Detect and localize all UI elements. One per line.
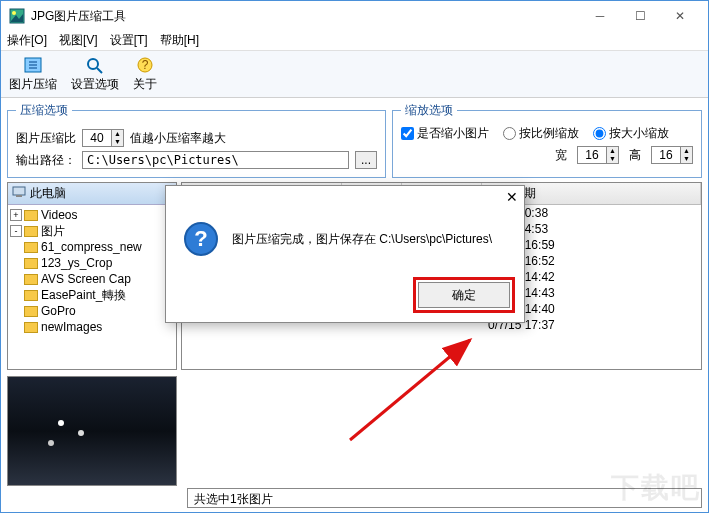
output-label: 输出路径： — [16, 152, 76, 169]
menubar: 操作[O] 视图[V] 设置[T] 帮助[H] — [1, 31, 708, 51]
folder-icon — [24, 322, 38, 333]
width-spinner[interactable]: ▲▼ — [577, 146, 619, 164]
tree-item[interactable]: 图片 — [41, 223, 65, 239]
ok-button[interactable]: 确定 — [418, 282, 510, 308]
dialog-titlebar: ✕ — [166, 186, 524, 208]
width-label: 宽 — [555, 147, 567, 164]
menu-help[interactable]: 帮助[H] — [160, 32, 199, 49]
browse-button[interactable]: ... — [355, 151, 377, 169]
folder-icon — [24, 306, 38, 317]
svg-rect-7 — [13, 187, 25, 195]
scale-by-size[interactable]: 按大小缩放 — [593, 125, 669, 142]
folder-tree[interactable]: 此电脑 +Videos -图片 61_compress_new 123_ys_C… — [7, 182, 177, 370]
question-icon: ? — [184, 222, 218, 256]
scale-enable[interactable]: 是否缩小图片 — [401, 125, 489, 142]
ratio-spinner[interactable]: ▲▼ — [82, 129, 124, 147]
dialog-close-button[interactable]: ✕ — [506, 189, 518, 205]
close-button[interactable]: ✕ — [660, 2, 700, 30]
svg-point-3 — [88, 59, 98, 69]
ratio-down[interactable]: ▼ — [112, 138, 123, 146]
tool-compress[interactable]: 图片压缩 — [9, 55, 57, 93]
height-label: 高 — [629, 147, 641, 164]
tool-compress-label: 图片压缩 — [9, 76, 57, 93]
menu-setting[interactable]: 设置[T] — [110, 32, 148, 49]
tree-item[interactable]: newImages — [41, 319, 102, 335]
compress-icon — [23, 55, 43, 75]
svg-text:?: ? — [142, 58, 149, 72]
tree-item[interactable]: AVS Screen Cap — [41, 271, 131, 287]
scale-size-radio[interactable] — [593, 127, 606, 140]
compress-options-panel: 压缩选项 图片压缩比 ▲▼ 值越小压缩率越大 输出路径： ... — [7, 102, 386, 178]
folder-icon — [24, 274, 38, 285]
message-dialog: ✕ ? 图片压缩完成，图片保存在 C:\Users\pc\Pictures\ 确… — [165, 185, 525, 323]
ratio-label: 图片压缩比 — [16, 130, 76, 147]
svg-point-1 — [12, 11, 16, 15]
menu-view[interactable]: 视图[V] — [59, 32, 98, 49]
scale-legend: 缩放选项 — [401, 102, 457, 119]
tree-item[interactable]: Videos — [41, 207, 77, 223]
scale-ratio-radio[interactable] — [503, 127, 516, 140]
minimize-button[interactable]: ─ — [580, 2, 620, 30]
window-title: JPG图片压缩工具 — [31, 8, 580, 25]
svg-rect-8 — [16, 195, 22, 197]
ratio-input[interactable] — [83, 130, 111, 146]
tool-options[interactable]: 设置选项 — [71, 55, 119, 93]
folder-icon — [24, 226, 38, 237]
maximize-button[interactable]: ☐ — [620, 2, 660, 30]
statusbar: 共选中1张图片 — [187, 488, 702, 508]
menu-op[interactable]: 操作[O] — [7, 32, 47, 49]
tree-item[interactable]: 123_ys_Crop — [41, 255, 112, 271]
width-input[interactable] — [578, 147, 606, 163]
height-spinner[interactable]: ▲▼ — [651, 146, 693, 164]
ratio-hint: 值越小压缩率越大 — [130, 130, 226, 147]
tool-options-label: 设置选项 — [71, 76, 119, 93]
compress-legend: 压缩选项 — [16, 102, 72, 119]
output-path-input[interactable] — [82, 151, 349, 169]
scale-options-panel: 缩放选项 是否缩小图片 按比例缩放 按大小缩放 宽 ▲▼ 高 ▲▼ — [392, 102, 702, 178]
titlebar: JPG图片压缩工具 ─ ☐ ✕ — [1, 1, 708, 31]
magnifier-icon — [85, 55, 105, 75]
tree-item[interactable]: EasePaint_轉換 — [41, 287, 126, 303]
collapse-icon[interactable]: - — [10, 225, 22, 237]
tree-root-label: 此电脑 — [30, 185, 66, 202]
tree-body[interactable]: +Videos -图片 61_compress_new 123_ys_Crop … — [8, 205, 176, 369]
tree-header: 此电脑 — [8, 183, 176, 205]
app-icon — [9, 8, 25, 24]
tree-item[interactable]: GoPro — [41, 303, 76, 319]
scale-by-ratio[interactable]: 按比例缩放 — [503, 125, 579, 142]
tool-about-label: 关于 — [133, 76, 157, 93]
toolbar: 图片压缩 设置选项 ? 关于 — [1, 51, 708, 98]
folder-icon — [24, 210, 38, 221]
folder-icon — [24, 242, 38, 253]
ratio-up[interactable]: ▲ — [112, 130, 123, 138]
folder-icon — [24, 258, 38, 269]
height-input[interactable] — [652, 147, 680, 163]
tool-about[interactable]: ? 关于 — [133, 55, 157, 93]
expand-icon[interactable]: + — [10, 209, 22, 221]
dialog-message: 图片压缩完成，图片保存在 C:\Users\pc\Pictures\ — [232, 231, 492, 248]
scale-enable-checkbox[interactable] — [401, 127, 414, 140]
tree-item[interactable]: 61_compress_new — [41, 239, 142, 255]
svg-line-4 — [97, 68, 102, 73]
folder-icon — [24, 290, 38, 301]
image-preview — [7, 376, 177, 486]
help-icon: ? — [135, 55, 155, 75]
computer-icon — [12, 186, 26, 201]
